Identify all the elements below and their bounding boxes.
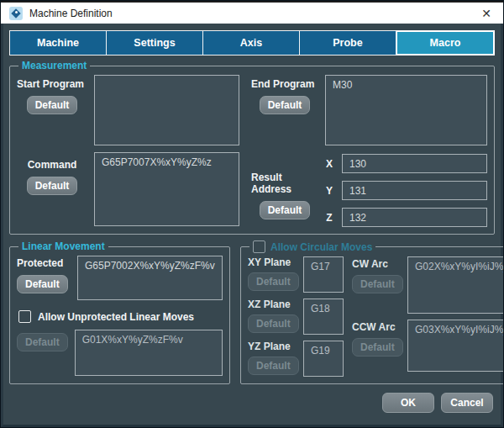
machine-definition-dialog: Machine Definition ✕ Machine Settings Ax… (0, 0, 504, 428)
end-program-cell: End Program Default M30 (251, 75, 487, 145)
xy-plane-row: XY Plane Default G17 (248, 256, 344, 293)
result-z-input[interactable] (342, 208, 487, 227)
allow-unprotected-checkbox[interactable] (18, 310, 31, 323)
yz-plane-input[interactable]: G19 (303, 341, 344, 377)
command-cell: Command Default G65P7007X%xY%yZ%z (17, 152, 239, 227)
ccw-arc-textarea[interactable]: G03X%xY%yI%iJ%jF%v (407, 320, 504, 372)
unprotected-textarea[interactable]: G01X%xY%yZ%zF%v (75, 330, 223, 376)
allow-circular-checkbox[interactable] (253, 240, 265, 253)
protected-default-button[interactable]: Default (17, 275, 68, 293)
circular-moves-group: Allow Circular Moves XY Plane Default G1… (240, 240, 504, 384)
ccw-arc-default-button[interactable]: Default (352, 338, 403, 357)
cw-arc-label: CW Arc (352, 258, 401, 270)
unprotected-default-button[interactable]: Default (17, 333, 68, 351)
cw-arc-default-button[interactable]: Default (352, 275, 403, 293)
tab-bar: Machine Settings Axis Probe Macro (9, 30, 495, 55)
cancel-button[interactable]: Cancel (441, 393, 493, 413)
circular-moves-legend: Allow Circular Moves (249, 240, 375, 253)
end-program-label: End Program (251, 78, 314, 90)
ok-button[interactable]: OK (382, 393, 434, 413)
protected-textarea[interactable]: G65P7002X%xY%yZ%zF%v (77, 256, 223, 300)
dialog-footer: OK Cancel (9, 393, 495, 413)
planes-column: XY Plane Default G17 XZ Plane Default G1… (248, 256, 344, 377)
measurement-legend: Measurement (18, 60, 90, 71)
tab-probe[interactable]: Probe (299, 30, 396, 55)
xz-plane-default-button[interactable]: Default (248, 314, 299, 333)
start-program-label: Start Program (17, 78, 84, 90)
xz-plane-label: XZ Plane (248, 299, 297, 310)
tab-machine[interactable]: Machine (9, 30, 107, 55)
tab-axis[interactable]: Axis (202, 30, 300, 55)
tab-settings[interactable]: Settings (106, 30, 203, 55)
linear-movement-group: Linear Movement Protected Default G65P70… (9, 240, 230, 384)
ccw-arc-row: CCW Arc Default G03X%xY%yI%iJ%jF%v (352, 320, 504, 372)
x-axis-label: X (325, 158, 333, 170)
diamond-icon (11, 8, 20, 18)
result-x-row: X (325, 154, 487, 173)
command-default-button[interactable]: Default (27, 177, 78, 195)
y-axis-label: Y (325, 185, 333, 197)
start-program-textarea[interactable] (94, 75, 239, 145)
end-program-textarea[interactable]: M30 (325, 75, 487, 145)
arcs-column: CW Arc Default G02X%xY%yI%iJ%jF%v CCW Ar… (352, 256, 504, 377)
measurement-group: Measurement Start Program Default End Pr… (9, 60, 495, 235)
xz-plane-row: XZ Plane Default G18 (248, 299, 344, 335)
protected-label: Protected (17, 257, 71, 269)
ccw-arc-label: CCW Arc (352, 321, 401, 333)
protected-cell: Protected Default G65P7002X%xY%yZ%zF%v (17, 256, 223, 300)
unprotected-cell: Default G01X%xY%yZ%zF%v (17, 330, 223, 376)
result-z-row: Z (325, 208, 487, 227)
command-textarea[interactable]: G65P7007X%xY%yZ%z (94, 152, 239, 226)
allow-circular-label: Allow Circular Moves (270, 241, 372, 253)
allow-unprotected-row: Allow Unprotected Linear Moves (18, 310, 223, 323)
linear-movement-legend: Linear Movement (18, 240, 108, 252)
diamond-dot (15, 11, 18, 13)
start-program-cell: Start Program Default (17, 75, 239, 145)
window-title: Machine Definition (29, 8, 113, 19)
yz-plane-label: YZ Plane (248, 341, 297, 352)
result-address-label: Result Address (251, 172, 318, 195)
allow-unprotected-label: Allow Unprotected Linear Moves (38, 311, 194, 323)
result-address-cell: Result Address Default X Y Z (251, 152, 487, 227)
xz-plane-input[interactable]: G18 (303, 299, 344, 335)
app-icon (9, 7, 23, 20)
yz-plane-default-button[interactable]: Default (248, 357, 299, 375)
yz-plane-row: YZ Plane Default G19 (248, 341, 344, 377)
cw-arc-row: CW Arc Default G02X%xY%yI%iJ%jF%v (352, 256, 504, 314)
end-program-default-button[interactable]: Default (260, 96, 311, 114)
result-address-default-button[interactable]: Default (260, 201, 311, 219)
start-program-default-button[interactable]: Default (27, 96, 78, 114)
xy-plane-default-button[interactable]: Default (248, 272, 299, 291)
z-axis-label: Z (325, 212, 333, 224)
cw-arc-textarea[interactable]: G02X%xY%yI%iJ%jF%v (407, 256, 504, 314)
xy-plane-input[interactable]: G17 (303, 256, 344, 293)
title-bar: Machine Definition ✕ (1, 1, 503, 24)
result-y-input[interactable] (342, 181, 487, 200)
dialog-body: Machine Settings Axis Probe Macro Measur… (1, 24, 503, 427)
close-icon[interactable]: ✕ (478, 8, 495, 19)
result-y-row: Y (325, 181, 487, 200)
command-label: Command (28, 159, 77, 171)
xy-plane-label: XY Plane (248, 256, 297, 268)
tab-macro[interactable]: Macro (396, 30, 495, 55)
result-x-input[interactable] (342, 154, 487, 173)
